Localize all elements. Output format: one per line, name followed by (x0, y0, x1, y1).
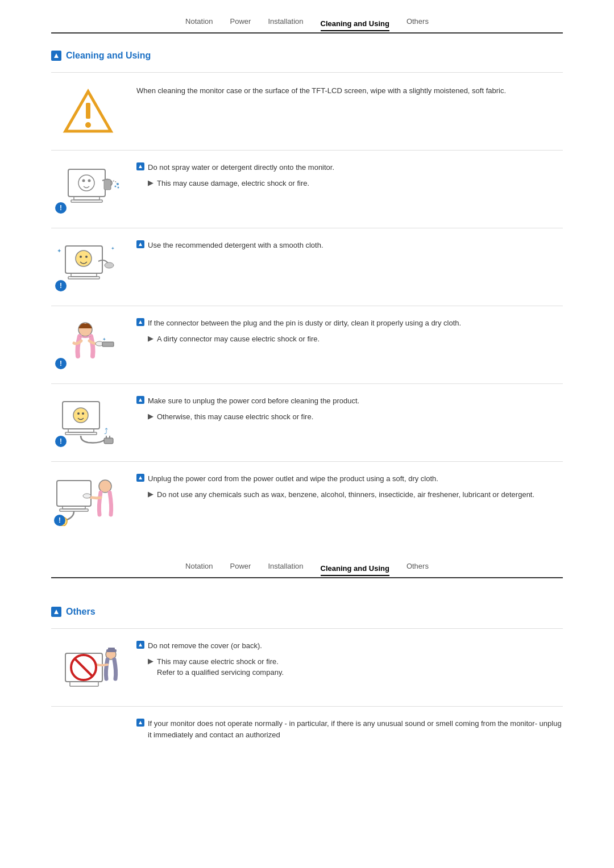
arrow-icon-1: ▶ (148, 178, 154, 187)
cleaning-row-3: ✦ ! If the connector between the plug an… (51, 306, 563, 383)
bullet-main-text-3: If the connector between the plug and th… (148, 318, 461, 329)
sub-bullet-5: ▶ Do not use any chemicals such as wax, … (148, 489, 563, 500)
cleaning-header: Cleaning and Using (51, 51, 563, 61)
cleaning-intro-text: When cleaning the monitor case or the su… (136, 83, 563, 97)
svg-rect-17 (68, 277, 99, 279)
bottom-nav-cleaning[interactable]: Cleaning and Using (321, 564, 389, 576)
bottom-nav-power[interactable]: Power (230, 562, 251, 573)
sub-bullet-1: ▶ This may cause damage, electric shock … (148, 178, 563, 189)
svg-rect-27 (102, 342, 114, 347)
cleaning-img-1: ! (51, 161, 125, 218)
svg-point-13 (118, 187, 119, 189)
svg-text:✦: ✦ (57, 248, 61, 254)
cleaning-img-4: ⤴ ! (51, 394, 125, 451)
bullet-main-text-4: Make sure to unplug the power cord befor… (148, 395, 359, 407)
bullet-icon-2 (136, 240, 144, 248)
svg-text:⤴: ⤴ (104, 427, 108, 436)
sub-text-4: Otherwise, this may cause electric shock… (157, 411, 313, 423)
svg-point-33 (73, 408, 88, 423)
svg-marker-58 (139, 643, 142, 646)
svg-point-9 (88, 180, 91, 182)
others-img-1 (51, 639, 125, 696)
others-row-1: Do not remove the cover (or back). ▶ Thi… (51, 628, 563, 706)
svg-marker-59 (139, 721, 142, 724)
arrow-icon-4: ▶ (148, 412, 154, 420)
bottom-nav-others[interactable]: Others (406, 562, 429, 573)
svg-rect-52 (70, 682, 98, 686)
others-icon (51, 607, 61, 617)
arrow-icon-5: ▶ (148, 490, 154, 498)
svg-point-3 (85, 122, 91, 128)
cleaning-row-1: ! Do not spray water or detergent direct… (51, 150, 563, 228)
svg-point-18 (76, 251, 92, 266)
cleaning-section: Cleaning and Using When cleaning the mon… (51, 51, 563, 539)
svg-point-19 (80, 256, 82, 258)
cleaning-intro-row: When cleaning the monitor case or the su… (51, 72, 563, 150)
bullet-icon-1 (136, 162, 144, 170)
sub-text-5: Do not use any chemicals such as wax, be… (157, 489, 534, 500)
arrow-icon-3: ▶ (148, 334, 154, 343)
sub-bullet-3: ▶ A dirty connector may cause electric s… (148, 333, 563, 345)
cleaning-text-5: Unplug the power cord from the power out… (136, 472, 563, 500)
cleaning-img-5: ! (51, 472, 125, 529)
svg-point-20 (85, 256, 88, 258)
others-sub-bullet-1: ▶ This may cause electric shock or fire.… (148, 656, 563, 678)
svg-point-45 (83, 494, 91, 498)
nav-notation[interactable]: Notation (185, 17, 213, 28)
svg-rect-41 (57, 481, 91, 506)
nav-power[interactable]: Power (230, 17, 251, 28)
bottom-nav: Notation Power Installation Cleaning and… (51, 562, 563, 578)
nav-installation[interactable]: Installation (268, 17, 303, 28)
bullet-main-text-1: Do not spray water or detergent directly… (148, 162, 334, 173)
sub-bullet-4: ▶ Otherwise, this may cause electric sho… (148, 411, 563, 423)
bottom-nav-installation[interactable]: Installation (268, 562, 303, 573)
svg-point-11 (117, 183, 119, 185)
svg-marker-50 (54, 610, 59, 614)
nav-cleaning[interactable]: Cleaning and Using (321, 19, 389, 31)
bottom-nav-notation[interactable]: Notation (185, 562, 213, 573)
svg-line-57 (74, 658, 93, 677)
others-section: Others (51, 607, 563, 755)
excl-badge-5: ! (54, 515, 65, 526)
others-extra-row: If your monitor does not operate normall… (51, 706, 563, 755)
others-bullet-icon-2 (136, 719, 144, 727)
cleaning-text-3: If the connector between the plug and th… (136, 316, 563, 344)
svg-marker-29 (139, 320, 142, 324)
cleaning-row-2: ✦ ✦ ! Use the recommended detergent with… (51, 228, 563, 306)
cleaning-title: Cleaning and Using (66, 51, 151, 61)
svg-rect-36 (104, 438, 113, 444)
top-nav: Notation Power Installation Cleaning and… (51, 17, 563, 34)
others-title: Others (66, 607, 96, 617)
svg-point-21 (105, 262, 114, 268)
nav-others[interactable]: Others (406, 17, 429, 28)
bullet-main-text-2: Use the recommended detergent with a smo… (148, 240, 323, 251)
svg-rect-10 (104, 180, 111, 190)
svg-text:✦: ✦ (102, 337, 106, 342)
svg-rect-43 (60, 509, 88, 511)
cleaning-img-3: ✦ ! (51, 316, 125, 373)
excl-badge-2: ! (55, 280, 67, 291)
bullet-main-text-5: Unplug the power cord from the power out… (148, 473, 438, 485)
svg-marker-14 (139, 165, 142, 168)
svg-rect-6 (71, 200, 102, 202)
cleaning-text-4: Make sure to unplug the power cord befor… (136, 394, 563, 422)
excl-badge-4: ! (55, 436, 67, 447)
svg-marker-40 (139, 398, 142, 402)
others-bullet-icon-1 (136, 641, 144, 649)
svg-marker-0 (54, 53, 59, 58)
sub-text-3: A dirty connector may cause electric sho… (157, 333, 320, 345)
warning-image (51, 83, 125, 140)
cleaning-row-5: ! Unplug the power cord from the power o… (51, 461, 563, 539)
excl-badge-3: ! (55, 358, 67, 369)
others-arrow-icon-1: ▶ (148, 657, 154, 665)
excl-badge-1: ! (55, 202, 67, 214)
others-extra-text: If your monitor does not operate normall… (136, 717, 563, 745)
svg-rect-55 (108, 648, 115, 650)
cleaning-text-2: Use the recommended detergent with a smo… (136, 239, 563, 256)
svg-marker-24 (139, 243, 142, 246)
others-sub-text-1: This may cause electric shock or fire.Re… (157, 656, 284, 678)
svg-point-35 (82, 412, 84, 415)
bullet-icon-4 (136, 396, 144, 404)
cleaning-icon (51, 51, 61, 61)
others-extra-main-text: If your monitor does not operate normall… (148, 718, 563, 740)
